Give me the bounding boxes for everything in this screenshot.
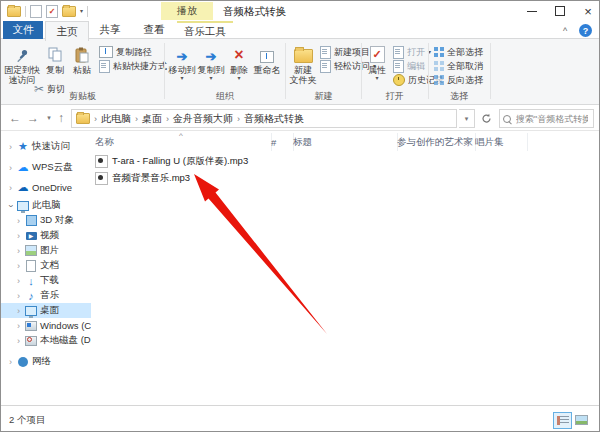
sidebar-item-label: 3D 对象 xyxy=(40,214,74,227)
column-header-title[interactable]: 标题 xyxy=(289,133,398,151)
select-all-button[interactable]: 全部选择 xyxy=(434,46,483,58)
sidebar-item-label: WPS云盘 xyxy=(32,161,73,174)
breadcrumb-item-current-folder[interactable]: 音频格式转换 xyxy=(244,112,304,126)
title-bar: ✓ ▾ 播放 音频格式转换 × xyxy=(1,1,599,21)
sidebar-item-pictures[interactable]: › 图片 xyxy=(1,243,91,258)
invert-selection-button[interactable]: 反向选择 xyxy=(434,74,483,86)
invert-selection-icon xyxy=(434,75,444,85)
dropdown-arrow-icon: ▾ xyxy=(230,75,248,81)
chevron-right-icon[interactable]: › xyxy=(15,336,22,346)
copy-path-button[interactable]: 复制路径 xyxy=(99,46,152,58)
move-to-button[interactable]: ➔ 移动到▾ xyxy=(168,41,196,89)
search-input[interactable] xyxy=(514,113,590,125)
search-box[interactable] xyxy=(499,109,594,128)
sidebar-item-windows-c[interactable]: › Windows (C:) xyxy=(1,318,91,333)
column-header-album[interactable]: 唱片集 xyxy=(471,133,528,151)
properties-quick-icon[interactable]: ✓ xyxy=(46,5,58,18)
paste-shortcut-button[interactable]: 粘贴快捷方式 xyxy=(99,60,167,72)
chevron-right-icon[interactable]: › xyxy=(15,306,22,316)
sidebar-item-downloads[interactable]: › ↓ 下载 xyxy=(1,273,91,288)
tab-share[interactable]: 共享 xyxy=(89,21,131,39)
chevron-right-icon[interactable]: › xyxy=(7,183,14,193)
toolbar-separator xyxy=(87,6,88,17)
tab-file[interactable]: 文件 xyxy=(3,21,43,39)
breadcrumb-item-app-folder[interactable]: 金舟音频大师 xyxy=(173,112,233,126)
new-item-icon xyxy=(320,46,331,59)
column-header-row: 名称 ^ # 标题 参与创作的艺术家 唱片集 xyxy=(91,133,600,151)
sidebar-item-network[interactable]: › 网络 xyxy=(1,354,91,369)
button-label: 粘贴快捷方式 xyxy=(113,60,167,73)
location-folder-icon xyxy=(76,113,90,124)
thumbnail-view-button[interactable] xyxy=(573,412,590,427)
group-separator xyxy=(164,43,165,99)
button-label: 复制 xyxy=(46,65,64,75)
chevron-right-icon[interactable]: › xyxy=(15,321,22,331)
tab-home[interactable]: 主页 xyxy=(45,21,89,41)
tab-music-tools[interactable]: 音乐工具 xyxy=(177,21,233,41)
sidebar-item-quick-access[interactable]: › ★ 快速访问 xyxy=(1,139,91,154)
column-header-name[interactable]: 名称 ^ xyxy=(91,133,272,151)
breadcrumb-item-desktop[interactable]: 桌面 xyxy=(142,112,162,126)
new-folder-shortcut-icon[interactable] xyxy=(62,6,76,17)
chevron-right-icon[interactable]: › xyxy=(15,276,22,286)
breadcrumb-item-this-pc[interactable]: 此电脑 xyxy=(101,112,131,126)
button-label: 删除 xyxy=(230,65,248,75)
explorer-window: ✓ ▾ 播放 音频格式转换 × 文件 主页 共享 查看 音乐工具 ^ ? 固定到… xyxy=(0,0,600,432)
tab-view[interactable]: 查看 xyxy=(133,21,175,39)
sidebar-item-this-pc[interactable]: › 此电脑 xyxy=(1,198,91,213)
details-view-button[interactable] xyxy=(553,412,572,429)
sidebar-item-onedrive[interactable]: › ☁ OneDrive xyxy=(1,180,91,195)
customize-toolbar-dropdown-icon[interactable]: ▾ xyxy=(80,8,83,14)
sidebar-item-desktop[interactable]: › 桌面 xyxy=(1,303,91,318)
rename-button[interactable]: 重命名 xyxy=(252,41,282,89)
edit-button[interactable]: 编辑 xyxy=(393,60,425,72)
close-button[interactable]: × xyxy=(575,1,600,21)
chevron-right-icon[interactable]: › xyxy=(7,142,14,152)
new-folder-icon xyxy=(294,43,313,63)
address-bar: ← → ▾ ↑ › 此电脑 › 桌面 › 金舟音频大师 › 音频格式转换 ▾ xyxy=(1,105,599,131)
sidebar-item-3d-objects[interactable]: › 3D 对象 xyxy=(1,213,91,228)
properties-button[interactable]: ✓ 属性▾ xyxy=(364,41,390,89)
window-title: 音频格式转换 xyxy=(223,5,286,19)
collapse-ribbon-icon[interactable]: ^ xyxy=(557,25,573,37)
toolbar-separator xyxy=(25,6,26,17)
copy-to-button[interactable]: ➔ 复制到▾ xyxy=(197,41,225,89)
open-button[interactable]: 打开 ▾ xyxy=(393,46,431,58)
chevron-right-icon[interactable]: › xyxy=(15,261,22,271)
file-row[interactable]: 音频背景音乐.mp3 xyxy=(95,170,190,186)
videos-icon: ▶ xyxy=(25,230,37,242)
paste-button[interactable]: 粘贴 xyxy=(69,41,95,89)
sidebar-item-wps-cloud[interactable]: › ☁ WPS云盘 xyxy=(1,160,91,175)
help-icon[interactable]: ? xyxy=(579,24,592,37)
new-folder-button[interactable]: 新建文件夹 xyxy=(288,41,318,89)
column-header-artists[interactable]: 参与创作的艺术家 xyxy=(393,133,476,151)
chevron-right-icon[interactable]: › xyxy=(15,231,22,241)
sidebar-item-music[interactable]: › ♪ 音乐 xyxy=(1,288,91,303)
chevron-expanded-icon[interactable]: › xyxy=(6,202,16,209)
up-icon[interactable]: ↑ xyxy=(53,110,69,126)
breadcrumb[interactable]: › 此电脑 › 桌面 › 金舟音频大师 › 音频格式转换 xyxy=(71,109,457,128)
sidebar-item-documents[interactable]: › 文档 xyxy=(1,258,91,273)
forward-icon[interactable]: → xyxy=(25,110,41,126)
group-label-new: 新建 xyxy=(287,90,360,102)
address-dropdown-icon[interactable]: ▾ xyxy=(459,109,475,128)
chevron-right-icon[interactable]: › xyxy=(15,246,22,256)
select-none-button[interactable]: 全部取消 xyxy=(434,60,483,72)
chevron-right-icon[interactable]: › xyxy=(15,216,22,226)
chevron-right-icon[interactable]: › xyxy=(7,357,14,367)
properties-shortcut-icon[interactable] xyxy=(30,5,42,18)
sidebar-item-label: 桌面 xyxy=(40,304,59,317)
maximize-button[interactable] xyxy=(547,1,573,21)
sidebar-item-videos[interactable]: › ▶ 视频 xyxy=(1,228,91,243)
delete-button[interactable]: × 删除▾ xyxy=(227,41,251,89)
column-header-label: 唱片集 xyxy=(475,136,504,149)
chevron-right-icon[interactable]: › xyxy=(15,291,22,301)
back-icon[interactable]: ← xyxy=(7,110,23,126)
sidebar-item-label: Windows (C:) xyxy=(40,320,91,331)
minimize-button[interactable] xyxy=(519,1,545,21)
copy-to-icon: ➔ xyxy=(206,43,217,63)
sidebar-item-local-disk-d[interactable]: › 本地磁盘 (D:) xyxy=(1,333,91,348)
chevron-right-icon[interactable]: › xyxy=(7,163,14,173)
file-row[interactable]: T-ara - Falling U (原版伴奏).mp3 xyxy=(95,153,248,169)
refresh-icon[interactable] xyxy=(477,109,495,128)
